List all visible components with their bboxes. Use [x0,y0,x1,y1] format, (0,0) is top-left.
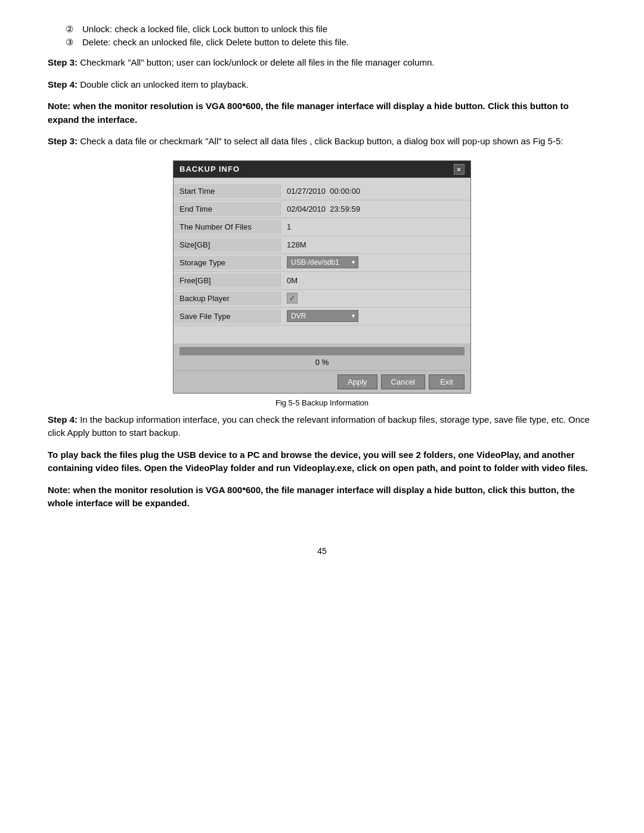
label-free: Free[GB] [174,274,281,287]
list-number-2: ② [66,24,78,35]
dialog-row-save-file-type: Save File Type DVR [174,308,470,326]
dialog-title: BACKUP INFO [179,165,240,174]
step4a-text: Double click an unlocked item to playbac… [78,79,249,89]
progress-text: 0 % [315,358,329,367]
list-item-2: ② Unlock: check a locked file, click Loc… [54,24,596,35]
step3a-paragraph: Step 3: Checkmark "All" button; user can… [48,56,596,70]
note1-paragraph: Note: when the monitor resolution is VGA… [48,100,596,126]
figure-caption: Fig 5-5 Backup Information [275,398,369,407]
value-backup-player[interactable]: ✓ [281,290,470,306]
step3b-paragraph: Step 3: Check a data file or checkmark "… [48,135,596,148]
label-num-files: The Number Of Files [174,220,281,234]
list-text-2: Unlock: check a locked file, click Lock … [82,24,327,35]
figure-backup-info: BACKUP INFO × Start Time 01/27/2010 00:0… [48,160,596,407]
top-list: ② Unlock: check a locked file, click Loc… [48,24,596,48]
dialog-row-free: Free[GB] 0M [174,272,470,290]
step4b-paragraph: Step 4: In the backup information interf… [48,413,596,440]
backup-player-checkbox[interactable]: ✓ [287,293,298,304]
progress-bar-container [179,347,465,355]
step3b-text: Check a data file or checkmark "All" to … [78,136,563,146]
note3-paragraph: Note: when the monitor resolution is VGA… [48,484,596,510]
save-file-type-select-wrapper[interactable]: DVR [287,310,358,322]
note2-paragraph: To play back the files plug the USB devi… [48,448,596,475]
backup-info-dialog: BACKUP INFO × Start Time 01/27/2010 00:0… [173,160,471,394]
dialog-body: Start Time 01/27/2010 00:00:00 End Time … [174,178,470,343]
step4b-label: Step 4: [48,414,78,425]
label-size: Size[GB] [174,238,281,252]
dialog-row-start-time: Start Time 01/27/2010 00:00:00 [174,182,470,200]
value-end-time: 02/04/2010 23:59:59 [281,202,470,216]
dialog-row-num-files: The Number Of Files 1 [174,218,470,236]
dialog-titlebar: BACKUP INFO × [174,161,470,178]
dialog-footer: Apply Cancel Exit [174,370,470,393]
value-size: 128M [281,238,470,252]
label-end-time: End Time [174,202,281,216]
label-start-time: Start Time [174,184,281,198]
cancel-button[interactable]: Cancel [381,374,425,389]
dialog-row-size: Size[GB] 128M [174,236,470,254]
apply-button[interactable]: Apply [338,374,377,389]
page-content: ② Unlock: check a locked file, click Loc… [48,24,596,556]
exit-button[interactable]: Exit [429,374,465,389]
label-save-file-type: Save File Type [174,309,281,323]
storage-type-select-wrapper[interactable]: USB-/dev/sdb1 [287,256,358,268]
note2-text: To play back the files plug the USB devi… [48,450,588,473]
list-item-3: ③ Delete: check an unlocked file, click … [54,37,596,48]
value-num-files: 1 [281,220,470,234]
value-free: 0M [281,274,470,287]
list-number-3: ③ [66,37,78,48]
dialog-row-storage-type: Storage Type USB-/dev/sdb1 [174,254,470,272]
label-backup-player: Backup Player [174,292,281,305]
note3-text: Note: when the monitor resolution is VGA… [48,485,575,509]
step4a-paragraph: Step 4: Double click an unlocked item to… [48,78,596,92]
save-file-type-select[interactable]: DVR [287,310,358,322]
dialog-close-button[interactable]: × [454,164,465,175]
page-number: 45 [48,546,596,556]
step3b-label: Step 3: [48,136,78,146]
step4b-text: In the backup information interface, you… [48,414,590,438]
list-text-3: Delete: check an unlocked file, click De… [82,37,349,48]
dialog-row-end-time: End Time 02/04/2010 23:59:59 [174,200,470,218]
step3a-label: Step 3: [48,57,78,67]
storage-type-select[interactable]: USB-/dev/sdb1 [287,256,358,268]
value-save-file-type: DVR [281,308,470,324]
step3a-text: Checkmark "All" button; user can lock/un… [78,57,434,67]
dialog-row-backup-player: Backup Player ✓ [174,290,470,308]
label-storage-type: Storage Type [174,256,281,270]
value-start-time: 01/27/2010 00:00:00 [281,184,470,198]
dialog-progress-area: 0 % [174,343,470,370]
step4a-label: Step 4: [48,79,78,89]
value-storage-type: USB-/dev/sdb1 [281,254,470,271]
dialog-separator-row [174,326,470,343]
note1-text: Note: when the monitor resolution is VGA… [48,101,569,125]
